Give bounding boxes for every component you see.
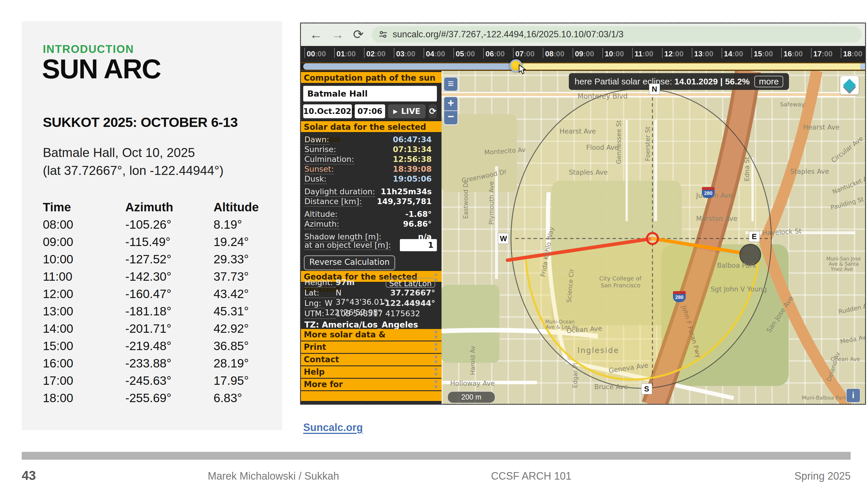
minus-icon: − <box>447 110 454 123</box>
hour-text: 10 <box>605 50 613 58</box>
solar-row-value: 06:47:34 <box>393 135 437 145</box>
table-header-cell: Altitude <box>214 199 280 216</box>
timeline-tick <box>513 48 514 58</box>
suncalc-link[interactable]: Suncalc.org <box>303 422 363 434</box>
solar-data-row: Altitude:-1.68° <box>304 209 437 220</box>
hour-text: 18 <box>843 50 851 58</box>
street-label: Eastwood Dr <box>462 181 469 219</box>
date-input[interactable]: 10.Oct.2025 <box>303 104 352 118</box>
set-latlon-button[interactable]: Set Lat/Lon <box>386 278 435 288</box>
footer-divider-bar <box>22 452 850 460</box>
menu-item[interactable]: Print▾▾ <box>301 341 441 353</box>
street-label: Safeway <box>780 101 805 108</box>
hour-text: 07 <box>515 50 524 58</box>
hour-text: 09 <box>575 50 583 58</box>
dusk-track-segment[interactable] <box>860 63 865 70</box>
computation-section-header[interactable]: Computation path of the sun for: <box>301 71 441 84</box>
solar-row-value: 19:05:06 <box>393 174 437 184</box>
table-cell: 12:00 <box>43 285 125 303</box>
eclipse-more-button[interactable]: more <box>754 76 783 87</box>
minute-text: :00 <box>673 50 684 58</box>
menu-item[interactable]: More solar data & Photovoltaic▾▾ <box>301 329 441 340</box>
hour-text: 15 <box>754 50 762 58</box>
time-slider[interactable]: 00:0001:0002:0003:0004:0005:0006:0007:00… <box>301 46 865 71</box>
street-label: Staples Ave <box>790 168 829 175</box>
play-icon: ▶ <box>393 104 398 118</box>
night-track-segment[interactable] <box>303 63 516 70</box>
street-label: Ingleside <box>578 346 619 355</box>
street-label: Geneva Ave <box>608 361 649 375</box>
browser-toolbar: ← → ⟳ suncalc.org/#/37.7267,-122.4494,16… <box>301 24 865 46</box>
compass-south: S <box>641 383 652 394</box>
street-label: Harold Av <box>469 346 476 375</box>
footer-credit: Marek Michalowski / Sukkah <box>208 470 339 482</box>
zoom-out-button[interactable]: − <box>443 110 458 125</box>
menu-item-partial[interactable] <box>301 391 441 401</box>
sun-data-table: TimeAzimuthAltitude08:00-105.26°8.19°09:… <box>43 199 280 407</box>
reverse-calculation-button[interactable]: Reverse Calculation <box>304 255 395 270</box>
url-bar[interactable]: suncalc.org/#/37.7267,-122.4494,16/2025.… <box>372 26 862 42</box>
solar-row-value: 11h25m34s <box>381 187 437 197</box>
street-label: Sgt John V Young <box>711 285 767 293</box>
layers-button[interactable] <box>840 76 859 95</box>
site-settings-icon[interactable] <box>379 30 388 39</box>
table-cell: -245.63° <box>125 372 214 389</box>
timeline-hour-label: 05:00 <box>456 50 475 58</box>
table-cell: 17.95° <box>214 372 280 389</box>
street-label: Havelock St <box>762 227 802 237</box>
lat-row: Lat: N 37°43'36.01" 37.72667° <box>304 288 437 298</box>
interstate-280-shield: 280 <box>702 187 715 198</box>
menu-item[interactable]: Contact▾▾ <box>301 354 441 365</box>
timeline-tick <box>572 48 573 58</box>
table-cell: -115.49° <box>125 233 214 251</box>
location-search-input[interactable]: Batmale Hall <box>303 86 437 101</box>
object-level-row: at an object level [m]: 1 <box>304 239 437 251</box>
menu-item[interactable]: Help▾▾ <box>301 366 441 378</box>
solar-row-label: Sunrise: <box>304 145 336 155</box>
street-label: Nantucket Ave <box>832 172 866 195</box>
timeline-hour-label: 03:00 <box>396 50 415 58</box>
table-cell: 13:00 <box>43 303 125 320</box>
slide-text-panel: INTRODUCTION SUN ARC SUKKOT 2025: OCTOBE… <box>22 21 282 430</box>
solar-data-row: Distance [km]:149,375,781 <box>304 197 437 207</box>
solar-row-label: Culmination: <box>304 155 354 164</box>
table-header-cell: Time <box>43 199 125 216</box>
map-canvas[interactable]: Monterey BlvdSafewayHearst AveHearst Ave… <box>441 71 866 405</box>
page-title: SUN ARC <box>42 54 161 85</box>
height-value: 97m <box>336 278 356 288</box>
object-level-label: at an object level [m]: <box>304 240 391 250</box>
map-menu-button[interactable]: ≡ <box>443 76 458 92</box>
timeline-hour-label: 10:00 <box>605 50 624 58</box>
forward-icon[interactable]: → <box>331 26 344 42</box>
solar-section-header[interactable]: Solar data for the selected location <box>301 121 441 133</box>
back-icon[interactable]: ← <box>310 26 322 42</box>
object-level-input[interactable]: 1 <box>400 239 437 251</box>
day-track-segment[interactable] <box>516 63 860 70</box>
street-label: Edgar Pl <box>572 363 579 388</box>
minute-text: :00 <box>345 50 356 58</box>
street-label: Foerster St <box>644 126 651 161</box>
table-cell: 43.42° <box>214 285 280 303</box>
timeline-tick <box>454 48 454 58</box>
map-info-button[interactable]: i <box>846 388 861 403</box>
time-track[interactable] <box>301 62 865 71</box>
refresh-button[interactable]: ⟳ <box>429 104 437 118</box>
street-label: San Francisco <box>601 282 640 289</box>
zoom-in-button[interactable]: + <box>443 96 458 111</box>
table-cell: -233.88° <box>125 355 214 372</box>
reload-icon[interactable]: ⟳ <box>353 26 364 42</box>
menu-item[interactable]: More for Moon|Planets|Satellites▾▾ <box>301 379 441 390</box>
table-cell: 6.83° <box>214 389 280 407</box>
map-scale-bar: 200 m <box>447 391 495 403</box>
time-input[interactable]: 07:06 UTC-7 <box>355 104 385 118</box>
hour-text: 16 <box>783 50 792 58</box>
live-button[interactable]: ▶ LIVE <box>388 104 426 118</box>
interstate-280-shield: 280 <box>673 291 686 302</box>
minute-text: :00 <box>792 50 803 58</box>
hour-text: 06 <box>486 50 494 58</box>
timeline-tick <box>543 48 544 58</box>
hour-text: 04 <box>426 50 434 58</box>
street-label: Edna St <box>743 157 750 182</box>
url-text[interactable]: suncalc.org/#/37.7267,-122.4494,16/2025.… <box>393 29 623 40</box>
solar-row-value: -1.68° <box>405 209 437 220</box>
